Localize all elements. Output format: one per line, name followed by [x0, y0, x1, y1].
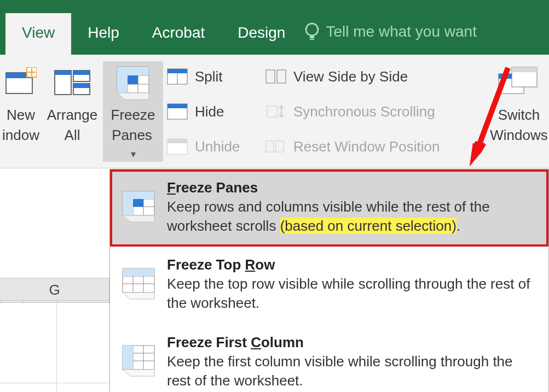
ribbon-tabbar: View Help Acrobat Design Tell me what yo… [0, 0, 549, 55]
sync-scroll-icon [265, 103, 287, 120]
side-by-side-icon [265, 68, 287, 85]
split-icon [166, 68, 188, 85]
col-header-g[interactable]: G [0, 278, 109, 301]
svg-rect-27 [266, 70, 275, 83]
tab-acrobat[interactable]: Acrobat [136, 13, 222, 55]
tellme-label: Tell me what you want [326, 23, 476, 40]
hide-icon [166, 103, 188, 120]
arrange-all-label-1: Arrange [47, 106, 98, 124]
svg-rect-43 [133, 199, 143, 207]
split-button[interactable]: Split [166, 65, 258, 89]
freeze-panes-menu-icon [120, 189, 157, 225]
arrange-all-button[interactable]: Arrange All [42, 61, 103, 144]
freeze-panes-label-2: Panes ▾ [109, 126, 157, 162]
svg-rect-55 [123, 346, 133, 370]
menu-item-freeze-top-row[interactable]: Freeze Top Row Keep the top row visible … [110, 247, 548, 324]
svg-rect-1 [310, 35, 314, 38]
reset-position-icon [265, 138, 287, 155]
menu-item-freeze-top-row-title: Freeze Top Row [167, 255, 539, 274]
svg-rect-29 [267, 106, 277, 117]
hide-button[interactable]: Hide [166, 100, 258, 124]
reset-window-position-button: Reset Window Position [265, 134, 477, 159]
svg-point-0 [306, 24, 318, 36]
freeze-panes-label-1: Freeze [111, 106, 155, 124]
tab-design[interactable]: Design [221, 13, 302, 55]
new-window-label-2: indow [2, 126, 39, 144]
menu-item-freeze-panes[interactable]: Freeze Panes Keep rows and columns visib… [110, 169, 548, 247]
menu-item-freeze-panes-desc: Keep rows and columns visible while the … [167, 197, 539, 236]
sync-scroll-label: Synchronous Scrolling [293, 103, 435, 120]
new-window-label-1: New [7, 106, 35, 124]
hide-label: Hide [195, 103, 224, 120]
svg-rect-28 [277, 70, 286, 83]
svg-rect-49 [123, 268, 154, 276]
svg-rect-26 [167, 139, 187, 143]
svg-rect-18 [117, 67, 128, 93]
lightbulb-icon [304, 22, 320, 42]
svg-rect-11 [73, 84, 90, 88]
svg-rect-35 [512, 67, 537, 72]
svg-rect-19 [128, 75, 138, 84]
chevron-down-icon: ▾ [131, 149, 136, 160]
tellme-search[interactable]: Tell me what you want [302, 11, 478, 55]
tab-view[interactable]: View [5, 13, 71, 55]
menu-item-freeze-first-column-title: Freeze First Column [167, 333, 539, 352]
menu-item-freeze-first-column[interactable]: Freeze First Column Keep the first colum… [110, 324, 548, 392]
freeze-top-row-icon [120, 266, 157, 302]
unhide-icon [166, 138, 188, 155]
freeze-first-column-icon [120, 343, 157, 379]
switch-windows-label-2: Windows [490, 126, 547, 144]
reset-position-label: Reset Window Position [293, 138, 440, 155]
new-window-button[interactable]: New indow [0, 61, 42, 144]
switch-windows-icon [498, 66, 540, 99]
svg-rect-9 [73, 71, 90, 75]
menu-item-freeze-top-row-desc: Keep the top row visible while scrolling… [167, 274, 539, 313]
svg-rect-30 [266, 141, 274, 152]
arrange-all-icon [54, 67, 91, 98]
svg-rect-42 [123, 191, 133, 215]
ribbon-view: New indow Arrange All [0, 55, 549, 168]
menu-item-freeze-panes-title: Freeze Panes [167, 178, 539, 197]
arrange-all-label-2: All [65, 126, 80, 144]
synchronous-scrolling-button: Synchronous Scrolling [265, 100, 477, 124]
svg-rect-31 [276, 141, 284, 152]
gridline-v [56, 301, 57, 392]
menu-item-freeze-first-column-desc: Keep the first column visible while scro… [167, 352, 539, 390]
split-label: Split [195, 68, 223, 85]
svg-rect-24 [167, 104, 187, 108]
freeze-panes-menu: Freeze Panes Keep rows and columns visib… [109, 169, 549, 392]
freeze-panes-icon [115, 65, 151, 101]
switch-windows-label-1: Switch [498, 106, 540, 124]
view-side-by-side-label: View Side by Side [293, 68, 408, 85]
switch-windows-button[interactable]: Switch Windows [489, 61, 549, 144]
view-side-by-side-button[interactable]: View Side by Side [265, 65, 477, 89]
freeze-panes-button[interactable]: Freeze Panes ▾ [103, 61, 163, 162]
tab-help[interactable]: Help [71, 13, 136, 55]
svg-rect-7 [55, 71, 71, 75]
new-window-icon [5, 67, 37, 98]
unhide-label: Unhide [195, 138, 240, 155]
gridline-h [0, 383, 109, 383]
unhide-button: Unhide [166, 134, 258, 159]
